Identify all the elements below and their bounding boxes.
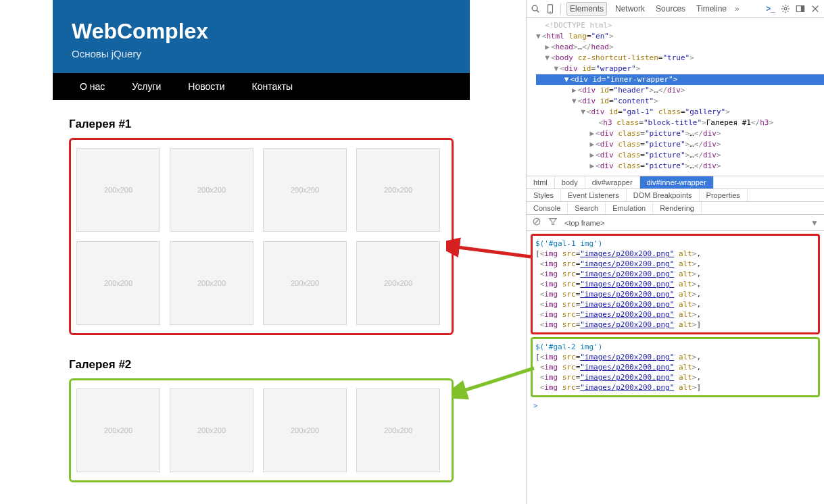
console-block-2: $('#gal-2 img') [<img src="images/p200x2…: [531, 337, 820, 397]
console-query-2: $('#gal-2 img'): [535, 342, 815, 352]
console-prompt[interactable]: >: [531, 400, 820, 411]
console-block-1: $('#gal-1 img') [<img src="images/p200x2…: [531, 234, 820, 334]
tab-console[interactable]: Console: [527, 202, 568, 214]
picture-placeholder: 200x200: [263, 388, 347, 472]
console-toggle-icon[interactable]: >_: [766, 4, 775, 14]
settings-icon[interactable]: [781, 4, 790, 14]
tab-emulation[interactable]: Emulation: [606, 202, 653, 214]
dom-tree[interactable]: <!DOCTYPE html> ▼<html lang="en"> ▶<head…: [527, 18, 824, 176]
svg-rect-14: [801, 5, 804, 11]
picture-placeholder: 200x200: [76, 148, 160, 232]
tab-properties[interactable]: Properties: [700, 189, 748, 201]
dom-picture[interactable]: ▶<div class="picture">…</div>: [536, 150, 824, 161]
gallery-2-title: Галерея #2: [69, 358, 454, 372]
picture-placeholder: 200x200: [76, 241, 160, 325]
dom-picture[interactable]: ▶<div class="picture">…</div>: [536, 128, 824, 139]
breadcrumb-item[interactable]: body: [555, 176, 585, 188]
rendered-page: WebComplex Основы jQuery О нас Услуги Но…: [53, 0, 470, 500]
tab-styles[interactable]: Styles: [527, 189, 561, 201]
gallery-1: 200x200200x200200x200200x200200x200200x2…: [69, 138, 454, 335]
dom-header[interactable]: ▶<div id="header">…</div>: [536, 85, 824, 96]
devtools-toolbar: Elements Network Sources Timeline » >_: [527, 0, 824, 18]
dock-icon[interactable]: [796, 4, 805, 14]
svg-line-12: [787, 5, 789, 7]
page-subtitle: Основы jQuery: [72, 48, 451, 59]
dom-head[interactable]: ▶<head>…</head>: [536, 42, 824, 53]
tab-sources[interactable]: Sources: [653, 3, 688, 15]
filter-icon[interactable]: [548, 217, 558, 228]
page-nav: О нас Услуги Новости Контакты: [53, 73, 470, 100]
svg-line-18: [535, 220, 539, 224]
page-header: WebComplex Основы jQuery: [53, 0, 470, 73]
dom-body[interactable]: ▼<body cz-shortcut-listen="true">: [536, 53, 824, 64]
picture-placeholder: 200x200: [263, 148, 347, 232]
tab-timeline[interactable]: Timeline: [694, 3, 729, 15]
styles-tabs: Styles Event Listeners DOM Breakpoints P…: [527, 189, 824, 202]
dom-gal1[interactable]: ▼<div id="gal-1" class="gallery">: [536, 107, 824, 118]
picture-placeholder: 200x200: [263, 241, 347, 325]
nav-item-services[interactable]: Услуги: [118, 73, 174, 100]
dom-doctype: <!DOCTYPE html>: [536, 20, 824, 31]
frame-dropdown-icon[interactable]: ▼: [810, 218, 819, 228]
console-query-1: $('#gal-1 img'): [535, 238, 815, 249]
nav-item-about[interactable]: О нас: [66, 73, 118, 100]
picture-placeholder: 200x200: [170, 388, 253, 472]
tab-elements[interactable]: Elements: [566, 2, 607, 16]
breadcrumb-item-selected[interactable]: div#inner-wrapper: [640, 176, 714, 188]
svg-line-11: [783, 10, 784, 11]
tabs-overflow[interactable]: »: [735, 4, 740, 14]
svg-line-9: [783, 5, 784, 7]
console-output[interactable]: $('#gal-1 img') [<img src="images/p200x2…: [527, 231, 824, 414]
picture-placeholder: 200x200: [356, 241, 440, 325]
nav-item-contacts[interactable]: Контакты: [239, 73, 306, 100]
svg-marker-19: [550, 219, 557, 225]
gallery-2: 200x200200x200200x200200x200: [69, 378, 454, 482]
dom-inner-wrapper-selected[interactable]: ▼<div id="inner-wrapper">: [536, 74, 824, 85]
dom-content[interactable]: ▼<div id="content">: [536, 96, 824, 107]
picture-placeholder: 200x200: [356, 148, 440, 232]
tab-rendering[interactable]: Rendering: [653, 202, 702, 214]
svg-line-10: [787, 10, 789, 11]
dom-html[interactable]: ▼<html lang="en">: [536, 31, 824, 42]
tab-network[interactable]: Network: [612, 3, 648, 15]
svg-point-4: [784, 7, 787, 10]
svg-line-1: [537, 10, 539, 12]
page-content: Галерея #1 200x200200x200200x200200x2002…: [53, 100, 470, 500]
dom-wrapper[interactable]: ▼<div id="wrapper">: [536, 64, 824, 74]
breadcrumb-item[interactable]: div#wrapper: [585, 176, 640, 188]
console-drawer-tabs: Console Search Emulation Rendering: [527, 202, 824, 215]
nav-item-news[interactable]: Новости: [174, 73, 238, 100]
gallery-1-title: Галерея #1: [69, 118, 454, 131]
console-result-1: [<img src="images/p200x200.png" alt>, <i…: [535, 249, 815, 330]
dom-picture[interactable]: ▶<div class="picture">…</div>: [536, 161, 824, 172]
svg-point-0: [532, 5, 537, 11]
dom-h3[interactable]: <h3 class="block-title">Галерея #1</h3>: [536, 118, 824, 128]
picture-placeholder: 200x200: [76, 388, 160, 472]
picture-placeholder: 200x200: [170, 241, 253, 325]
frame-selector[interactable]: <top frame>: [564, 219, 604, 227]
dom-picture[interactable]: ▶<div class="picture">…</div>: [536, 139, 824, 150]
picture-placeholder: 200x200: [356, 388, 440, 472]
tab-dom-breakpoints[interactable]: DOM Breakpoints: [627, 189, 700, 201]
devtools-panel: Elements Network Sources Timeline » >_ <…: [526, 0, 824, 504]
clear-console-icon[interactable]: [532, 217, 541, 228]
svg-point-3: [550, 11, 550, 11]
breadcrumb-item[interactable]: html: [527, 176, 555, 188]
console-toolbar: <top frame> ▼: [527, 215, 824, 231]
device-icon[interactable]: [546, 4, 555, 14]
close-icon[interactable]: [810, 4, 820, 14]
inspect-icon[interactable]: [531, 4, 540, 14]
page-title: WebComplex: [72, 19, 451, 44]
tab-search[interactable]: Search: [568, 202, 606, 214]
dom-breadcrumb: html body div#wrapper div#inner-wrapper: [527, 176, 824, 189]
picture-placeholder: 200x200: [170, 148, 253, 232]
console-result-2: [<img src="images/p200x200.png" alt>, <i…: [535, 352, 815, 393]
tab-event-listeners[interactable]: Event Listeners: [561, 189, 627, 201]
svg-line-21: [460, 368, 534, 392]
